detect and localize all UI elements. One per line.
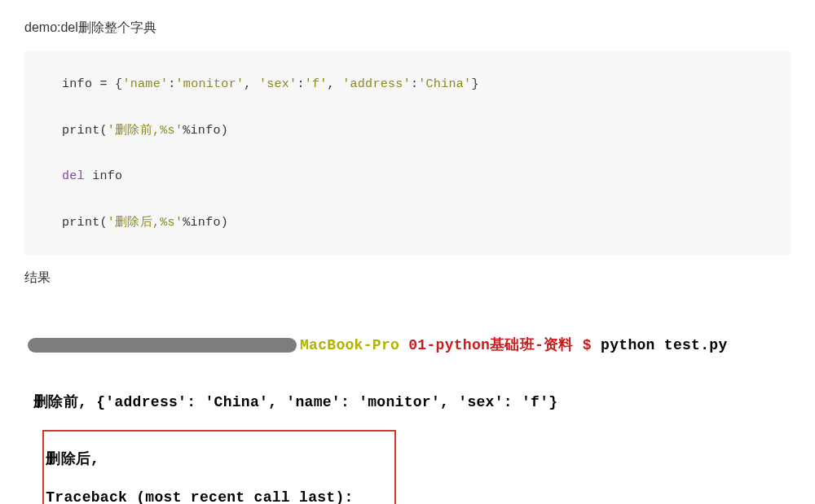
result-label: 结果 (24, 270, 791, 287)
code-line: info = {'name':'monitor', 'sex':'f', 'ad… (62, 76, 753, 94)
terminal-command: python test.py (601, 336, 727, 355)
terminal-host: MacBook-Pro (300, 336, 408, 355)
section-title: demo:del删除整个字典 (24, 20, 791, 37)
terminal-prompt-line: MacBook-Pro 01-python基础班-资料 $ python tes… (24, 336, 791, 355)
terminal-dir: 01-python基础班-资料 (408, 336, 574, 355)
terminal-line: 删除前, {'address': 'China', 'name': 'monit… (24, 393, 791, 412)
terminal-line: Traceback (most recent call last): (46, 489, 390, 504)
terminal-prompt: $ (574, 336, 601, 355)
code-line: print('删除前,%s'%info) (62, 122, 753, 141)
redacted-bar (28, 338, 297, 353)
code-line: del info (62, 168, 753, 186)
code-block: info = {'name':'monitor', 'sex':'f', 'ad… (24, 51, 791, 255)
code-line: print('删除后,%s'%info) (62, 214, 753, 233)
terminal-line: 删除后, (46, 450, 390, 469)
terminal-output: MacBook-Pro 01-python基础班-资料 $ python tes… (24, 298, 791, 504)
error-box: 删除后, Traceback (most recent call last): … (42, 430, 396, 504)
